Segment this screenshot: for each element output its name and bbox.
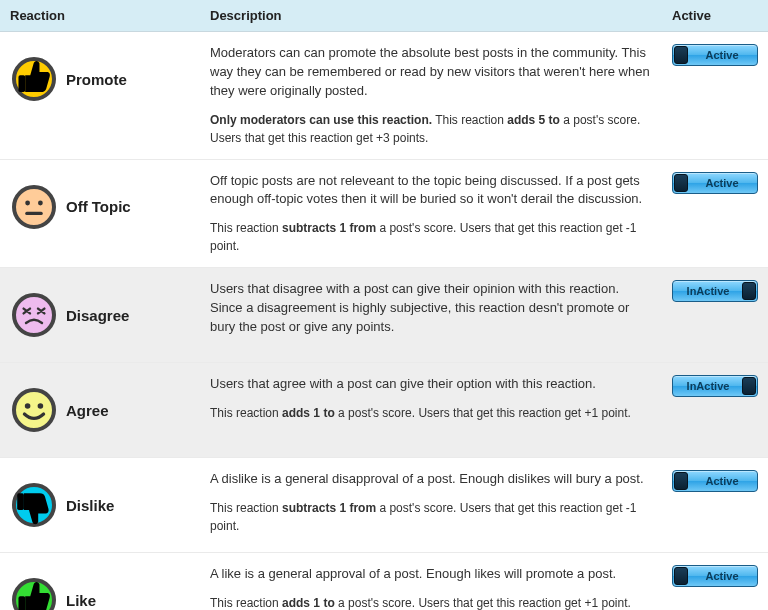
promote-icon bbox=[10, 55, 58, 103]
toggle-knob bbox=[674, 46, 688, 64]
reaction-description: A like is a general approval of a post. … bbox=[210, 565, 652, 584]
agree-icon bbox=[10, 386, 58, 434]
table-row: DisagreeUsers that disagree with a post … bbox=[0, 268, 768, 363]
toggle-knob bbox=[674, 472, 688, 490]
reaction-meta: This reaction subtracts 1 from a post's … bbox=[210, 499, 652, 535]
header-active: Active bbox=[662, 0, 768, 32]
table-row: LikeA like is a general approval of a po… bbox=[0, 553, 768, 610]
table-row: DislikeA dislike is a general disapprova… bbox=[0, 458, 768, 553]
reaction-name: Disagree bbox=[66, 307, 129, 324]
table-row: AgreeUsers that agree with a post can gi… bbox=[0, 363, 768, 458]
header-reaction: Reaction bbox=[0, 0, 200, 32]
toggle-label: Active bbox=[687, 566, 757, 586]
toggle-label: InActive bbox=[673, 376, 743, 396]
reaction-description: Users that agree with a post can give th… bbox=[210, 375, 652, 394]
header-description: Description bbox=[200, 0, 662, 32]
offtopic-icon bbox=[10, 183, 58, 231]
reaction-meta: This reaction subtracts 1 from a post's … bbox=[210, 219, 652, 255]
reaction-name: Agree bbox=[66, 402, 109, 419]
svg-point-1 bbox=[14, 187, 54, 227]
reaction-name: Dislike bbox=[66, 497, 114, 514]
reaction-meta: Only moderators can use this reaction. T… bbox=[210, 111, 652, 147]
reactions-table: Reaction Description Active PromoteModer… bbox=[0, 0, 768, 610]
active-toggle[interactable]: Active bbox=[672, 44, 758, 66]
svg-point-6 bbox=[14, 390, 54, 430]
reaction-name: Promote bbox=[66, 71, 127, 88]
active-toggle[interactable]: InActive bbox=[672, 280, 758, 302]
toggle-knob bbox=[742, 282, 756, 300]
svg-point-2 bbox=[25, 200, 30, 205]
toggle-label: Active bbox=[687, 173, 757, 193]
toggle-label: Active bbox=[687, 45, 757, 65]
reaction-name: Off Topic bbox=[66, 198, 131, 215]
reaction-description: Off topic posts are not releveant to the… bbox=[210, 172, 652, 210]
reaction-meta: This reaction adds 1 to a post's score. … bbox=[210, 404, 652, 422]
reaction-meta: This reaction adds 1 to a post's score. … bbox=[210, 594, 652, 610]
svg-point-5 bbox=[14, 295, 54, 335]
like-icon bbox=[10, 576, 58, 610]
reaction-name: Like bbox=[66, 592, 96, 609]
svg-rect-4 bbox=[25, 211, 43, 214]
table-row: Off TopicOff topic posts are not relevea… bbox=[0, 159, 768, 268]
svg-point-7 bbox=[25, 403, 31, 409]
reaction-description: A dislike is a general disapproval of a … bbox=[210, 470, 652, 489]
toggle-knob bbox=[674, 567, 688, 585]
dislike-icon bbox=[10, 481, 58, 529]
toggle-label: InActive bbox=[673, 281, 743, 301]
svg-point-8 bbox=[38, 403, 44, 409]
reaction-description: Moderators can can promote the absolute … bbox=[210, 44, 652, 101]
table-row: PromoteModerators can can promote the ab… bbox=[0, 32, 768, 160]
reaction-description: Users that disagree with a post can give… bbox=[210, 280, 652, 337]
active-toggle[interactable]: InActive bbox=[672, 375, 758, 397]
toggle-knob bbox=[674, 174, 688, 192]
active-toggle[interactable]: Active bbox=[672, 470, 758, 492]
svg-point-3 bbox=[38, 200, 43, 205]
toggle-knob bbox=[742, 377, 756, 395]
disagree-icon bbox=[10, 291, 58, 339]
active-toggle[interactable]: Active bbox=[672, 172, 758, 194]
toggle-label: Active bbox=[687, 471, 757, 491]
active-toggle[interactable]: Active bbox=[672, 565, 758, 587]
